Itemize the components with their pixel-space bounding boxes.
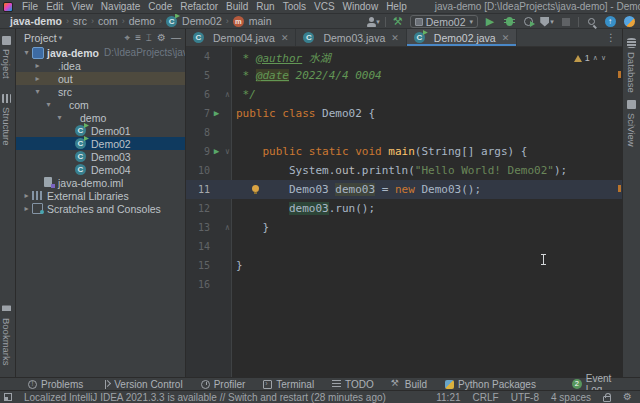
collapse-all-icon[interactable]: ⌶ xyxy=(146,32,152,44)
menu-run[interactable]: Run xyxy=(252,1,278,12)
fold-icon[interactable]: ∨ xyxy=(223,147,232,156)
tree-item-.idea[interactable]: ▸.idea xyxy=(16,59,185,72)
run-line-icon[interactable]: ▶ xyxy=(210,142,223,161)
fold-icon[interactable]: ∧ xyxy=(223,90,232,99)
menu-window[interactable]: Window xyxy=(339,1,383,12)
tool-window-problems[interactable]: Problems xyxy=(28,379,83,390)
code-line-5[interactable]: 5 * @date 2022/4/4 0004 xyxy=(186,66,622,85)
plugin-update-icon[interactable] xyxy=(622,15,636,28)
code-line-7[interactable]: 7▶public class Demo02 { xyxy=(186,104,622,123)
quickfix-bulb-icon[interactable] xyxy=(252,185,259,192)
tool-stripe-project[interactable]: Project xyxy=(1,31,12,84)
tree-item-out[interactable]: ▸out xyxy=(16,72,185,85)
close-icon[interactable]: ✕ xyxy=(391,33,399,43)
run-configuration-select[interactable]: Demo02 ▾ xyxy=(410,15,478,28)
lock-icon[interactable] xyxy=(603,396,611,402)
status-message[interactable]: Localized IntelliJ IDEA 2021.3.3 is avai… xyxy=(24,392,386,403)
stop-button[interactable] xyxy=(559,15,573,28)
tree-chevron-icon[interactable]: ▸ xyxy=(22,204,31,213)
code-line-9[interactable]: 9▶∨ public static void main(String[] arg… xyxy=(186,142,622,161)
toolwindow-switcher-icon[interactable] xyxy=(4,393,12,401)
project-panel-title[interactable]: Project xyxy=(24,32,57,44)
tree-item-java-demo[interactable]: ▾java-demoD:\IdeaProjects\java-demo xyxy=(16,46,185,59)
tool-stripe-bookmarks[interactable]: Bookmarks xyxy=(1,300,12,371)
chevron-down-icon[interactable]: ▾ xyxy=(59,34,63,42)
file-encoding[interactable]: UTF-8 xyxy=(511,392,539,403)
tab-demo03.java[interactable]: Demo03.java✕ xyxy=(296,29,406,46)
caret-position[interactable]: 11:21 xyxy=(436,392,460,403)
tool-window-python-packages[interactable]: Python Packages xyxy=(445,379,536,390)
build-hammer-icon[interactable]: ⚒ xyxy=(391,15,405,28)
menu-refactor[interactable]: Refactor xyxy=(176,1,222,12)
tab-demo04.java[interactable]: Demo04.java✕ xyxy=(186,29,296,46)
tree-item-demo03[interactable]: Demo03 xyxy=(16,150,185,163)
breadcrumb-demo[interactable]: demo xyxy=(127,15,157,27)
next-warning-icon[interactable]: ∨ xyxy=(601,54,606,62)
code-line-8[interactable]: 8 xyxy=(186,123,622,142)
locate-file-icon[interactable]: ⌖ xyxy=(125,32,131,44)
code-line-16[interactable]: 16 xyxy=(186,275,622,294)
tool-window-terminal[interactable]: Terminal xyxy=(263,379,314,390)
tree-item-src[interactable]: ▾src xyxy=(16,85,185,98)
run-line-icon[interactable]: ▶ xyxy=(210,104,223,123)
menu-tools[interactable]: Tools xyxy=(279,1,310,12)
menu-edit[interactable]: Edit xyxy=(42,1,67,12)
tree-item-demo02[interactable]: Demo02 xyxy=(16,137,185,150)
tool-window-version-control[interactable]: Version Control xyxy=(101,379,182,390)
menu-code[interactable]: Code xyxy=(144,1,176,12)
tree-chevron-icon[interactable]: ▾ xyxy=(55,113,64,122)
prev-warning-icon[interactable]: ∧ xyxy=(593,54,598,62)
breadcrumb-com[interactable]: com xyxy=(96,15,120,27)
code-line-11[interactable]: 11 Demo03 demo03 = new Demo03(); xyxy=(186,180,622,199)
code-line-12[interactable]: 12 demo03.run(); xyxy=(186,199,622,218)
expand-all-icon[interactable]: ≡ xyxy=(135,32,141,43)
code-line-10[interactable]: 10 System.out.println("Hello World! Demo… xyxy=(186,161,622,180)
line-separator[interactable]: CRLF xyxy=(473,392,499,403)
tool-stripe-sciview[interactable]: SciView xyxy=(626,95,637,152)
menu-view[interactable]: View xyxy=(67,1,97,12)
tree-item-external libraries[interactable]: ▸External Libraries xyxy=(16,189,185,202)
gear-icon[interactable]: ⚙ xyxy=(157,32,166,43)
gear-icon[interactable]: ⚙ xyxy=(623,392,632,402)
menu-help[interactable]: Help xyxy=(382,1,411,12)
tool-window-profiler[interactable]: Profiler xyxy=(201,379,246,390)
tree-item-java-demo.iml[interactable]: java-demo.iml xyxy=(16,176,185,189)
tree-chevron-icon[interactable]: ▸ xyxy=(33,74,42,83)
tree-chevron-icon[interactable]: ▸ xyxy=(22,191,31,200)
tree-item-com[interactable]: ▾com xyxy=(16,98,185,111)
coverage-button[interactable]: ▾ xyxy=(540,15,554,28)
inspections-widget[interactable]: 1 ∧ ∨ xyxy=(574,53,606,63)
breadcrumb-src[interactable]: src xyxy=(71,15,89,27)
tool-stripe-database[interactable]: Database xyxy=(626,33,637,98)
code-line-15[interactable]: 15} xyxy=(186,256,622,275)
tree-item-demo01[interactable]: Demo01 xyxy=(16,124,185,137)
indent-setting[interactable]: 4 spaces xyxy=(551,392,591,403)
tree-item-demo04[interactable]: Demo04 xyxy=(16,163,185,176)
tool-window-build[interactable]: Build xyxy=(392,379,427,390)
tool-stripe-structure[interactable]: Structure xyxy=(1,89,12,151)
tree-chevron-icon[interactable]: ▸ xyxy=(33,61,42,70)
tool-window-todo[interactable]: TODO xyxy=(332,379,374,390)
search-everywhere-icon[interactable] xyxy=(584,15,598,28)
tree-item-demo[interactable]: ▾demo xyxy=(16,111,185,124)
tree-chevron-icon[interactable]: ▾ xyxy=(33,87,42,96)
code-line-14[interactable]: 14 xyxy=(186,237,622,256)
code-line-6[interactable]: 6∧ */ xyxy=(186,85,622,104)
tab-demo02.java[interactable]: Demo02.java✕ xyxy=(407,29,517,46)
profiler-button[interactable] xyxy=(521,15,535,28)
code-line-4[interactable]: 4 * @author 水湖 xyxy=(186,47,622,66)
menu-navigate[interactable]: Navigate xyxy=(97,1,144,12)
hide-panel-icon[interactable]: — xyxy=(171,32,181,43)
tab-options-icon[interactable]: ⋮ xyxy=(600,29,622,46)
code-editor[interactable]: 4 * @author 水湖5 * @date 2022/4/4 00046∧ … xyxy=(186,47,622,377)
tree-chevron-icon[interactable]: ▾ xyxy=(22,48,31,57)
run-button[interactable]: ▶ xyxy=(483,15,497,28)
close-icon[interactable]: ✕ xyxy=(502,33,510,43)
breadcrumb-demo02[interactable]: Demo02 xyxy=(164,15,224,27)
tree-item-scratches and consoles[interactable]: ▸Scratches and Consoles xyxy=(16,202,185,215)
error-stripe-mark[interactable] xyxy=(618,71,621,78)
error-stripe-mark[interactable] xyxy=(618,185,621,192)
breadcrumb-main[interactable]: main xyxy=(231,15,274,27)
profile-icon[interactable]: ▾ xyxy=(366,15,380,28)
code-line-13[interactable]: 13∧ } xyxy=(186,218,622,237)
